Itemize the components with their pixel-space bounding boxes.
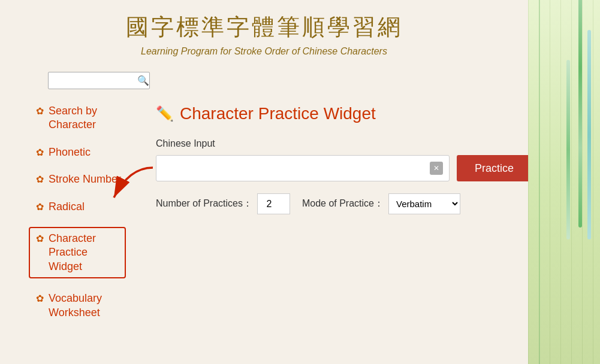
mode-of-practice-group: Mode of Practice： Verbatim Random (302, 193, 460, 214)
site-title-english: Learning Program for Stroke Order of Chi… (12, 46, 516, 57)
flower-icon-3: ✿ (36, 174, 44, 185)
sidebar-label-phonetic: Phonetic (49, 145, 91, 159)
header: 國字標準字體筆順學習網 Learning Program for Stroke … (0, 0, 600, 66)
sidebar: ✿ Search by Character ✿ Phonetic ✿ Strok… (0, 98, 138, 339)
flower-icon-2: ✿ (36, 147, 44, 158)
flower-icon-4: ✿ (36, 201, 44, 213)
flower-icon-6: ✿ (36, 293, 44, 304)
sidebar-item-character-practice-widget[interactable]: ✿ Character Practice Widget (29, 227, 126, 278)
number-of-practices-input[interactable]: 2 (257, 193, 290, 214)
page-title-area: ✏️ Character Practice Widget (156, 104, 588, 123)
sidebar-label-stroke-number: Stroke Number (49, 172, 121, 186)
flower-icon-5: ✿ (36, 233, 44, 244)
sidebar-label-radical: Radical (49, 200, 85, 214)
search-icon[interactable]: 🔍 (137, 75, 149, 86)
sidebar-item-search-by-character[interactable]: ✿ Search by Character (36, 104, 126, 132)
sidebar-item-radical[interactable]: ✿ Radical (36, 200, 126, 214)
search-input[interactable] (53, 76, 137, 86)
site-title-chinese: 國字標準字體筆順學習網 (12, 12, 516, 43)
sidebar-label-character-practice-widget: Character Practice Widget (49, 232, 119, 274)
mode-of-practice-select[interactable]: Verbatim Random (388, 193, 460, 214)
chinese-input-label: Chinese Input (156, 138, 588, 149)
chinese-text-input[interactable] (162, 163, 430, 174)
sidebar-item-stroke-number[interactable]: ✿ Stroke Number (36, 172, 126, 186)
number-of-practices-label: Number of Practices： (156, 198, 252, 210)
sidebar-label-search-by-character: Search by Character (49, 104, 126, 132)
mode-of-practice-label: Mode of Practice： (302, 198, 384, 210)
sidebar-item-vocabulary-worksheet[interactable]: ✿ Vocabulary Worksheet (36, 292, 126, 320)
input-row: ✕ Practice (156, 155, 588, 181)
flower-icon-1: ✿ (36, 105, 44, 117)
number-of-practices-group: Number of Practices： 2 (156, 193, 290, 214)
sidebar-label-vocabulary-worksheet: Vocabulary Worksheet (49, 292, 126, 320)
pencil-icon: ✏️ (156, 105, 174, 122)
practice-button[interactable]: Practice (457, 155, 532, 181)
chinese-input-field: ✕ (156, 155, 450, 181)
page-title-text: Character Practice Widget (180, 104, 376, 123)
chinese-input-section: Chinese Input ✕ Practice Number of Pract… (156, 138, 588, 214)
content-area: ✿ Search by Character ✿ Phonetic ✿ Strok… (0, 98, 600, 339)
clear-button[interactable]: ✕ (430, 162, 443, 175)
search-box: 🔍 (48, 72, 150, 89)
sidebar-item-phonetic[interactable]: ✿ Phonetic (36, 145, 126, 159)
search-area: 🔍 (0, 66, 600, 98)
options-row: Number of Practices： 2 Mode of Practice：… (156, 193, 588, 214)
